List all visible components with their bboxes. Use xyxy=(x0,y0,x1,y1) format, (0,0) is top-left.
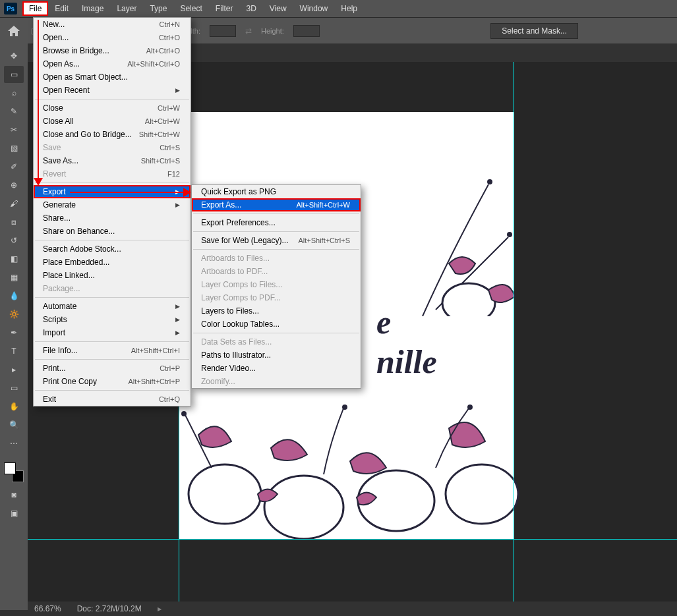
blur-tool[interactable]: 💧 xyxy=(4,287,24,304)
export-menu-item-16[interactable]: Render Video... xyxy=(192,362,361,375)
file-menu-shortcut-9: Shift+Ctrl+W xyxy=(139,130,180,138)
file-menu-shortcut-2: Alt+Ctrl+O xyxy=(146,47,180,55)
frame-tool[interactable]: ▧ xyxy=(4,140,24,157)
lasso-tool[interactable]: ⌕ xyxy=(4,84,24,101)
type-tool[interactable]: T xyxy=(4,343,24,360)
zoom-level[interactable]: 66.67% xyxy=(34,604,61,613)
pen-tool[interactable]: ✒ xyxy=(4,324,24,341)
export-menu-item-5[interactable]: Save for Web (Legacy)...Alt+Shift+Ctrl+S xyxy=(192,234,361,247)
file-menu-item-4[interactable]: Open as Smart Object... xyxy=(34,70,191,84)
crop-tool[interactable]: ✂ xyxy=(4,121,24,138)
brush-tool[interactable]: 🖌 xyxy=(4,195,24,212)
menu-image[interactable]: Image xyxy=(75,1,110,16)
export-menu-item-11[interactable]: Layers to Files... xyxy=(192,304,361,318)
height-input[interactable] xyxy=(293,25,320,37)
file-menu-item-3[interactable]: Open As...Alt+Shift+Ctrl+O xyxy=(34,57,191,70)
foreground-color[interactable] xyxy=(4,462,16,474)
file-menu-item-9[interactable]: Close and Go to Bridge...Shift+Ctrl+W xyxy=(34,128,191,141)
file-menu-item-31[interactable]: Print One CopyAlt+Shift+Ctrl+P xyxy=(34,375,191,388)
menu-layer[interactable]: Layer xyxy=(110,1,143,16)
file-menu-item-30[interactable]: Print...Ctrl+P xyxy=(34,362,191,375)
file-menu-item-10: SaveCtrl+S xyxy=(34,141,191,154)
file-menu-item-26[interactable]: Import▶ xyxy=(34,326,191,339)
home-icon[interactable] xyxy=(7,24,21,38)
file-menu-shortcut-7: Ctrl+W xyxy=(158,104,180,112)
eraser-tool[interactable]: ◧ xyxy=(4,250,24,267)
menu-window[interactable]: Window xyxy=(293,1,335,16)
submenu-arrow-icon: ▶ xyxy=(175,87,180,94)
doc-size[interactable]: Doc: 2.72M/10.2M xyxy=(77,604,142,613)
svg-point-9 xyxy=(468,405,472,409)
file-menu-item-1[interactable]: Open...Ctrl+O xyxy=(34,31,191,44)
svg-point-1 xyxy=(508,233,512,237)
file-menu-item-11[interactable]: Save As...Shift+Ctrl+S xyxy=(34,154,191,167)
quick-select-tool[interactable]: ✎ xyxy=(4,103,24,120)
export-menu-label-9: Layer Comps to Files... xyxy=(201,280,282,289)
file-menu-item-0[interactable]: New...Ctrl+N xyxy=(34,18,191,31)
toolbox: ✥ ▭ ⌕ ✎ ✂ ▧ ✐ ⊕ 🖌 ⧈ ↺ ◧ ▦ 💧 🔆 ✒ T ▸ ▭ ✋ … xyxy=(0,43,28,610)
file-menu-item-5[interactable]: Open Recent▶ xyxy=(34,84,191,97)
history-brush-tool[interactable]: ↺ xyxy=(4,232,24,249)
shape-tool[interactable]: ▭ xyxy=(4,379,24,397)
file-menu-label-5: Open Recent xyxy=(43,86,90,95)
status-flyout-icon[interactable]: ▶ xyxy=(158,606,162,612)
export-menu-item-15[interactable]: Paths to Illustrator... xyxy=(192,349,361,362)
stamp-tool[interactable]: ⧈ xyxy=(4,213,24,231)
file-menu-label-31: Print One Copy xyxy=(43,377,97,386)
quick-mask-icon[interactable]: ◙ xyxy=(6,489,22,501)
dodge-tool[interactable]: 🔆 xyxy=(4,306,24,323)
export-menu-label-14: Data Sets as Files... xyxy=(201,337,272,347)
export-menu-item-12[interactable]: Color Lookup Tables... xyxy=(192,318,361,331)
menu-view[interactable]: View xyxy=(263,1,293,16)
file-menu-item-8[interactable]: Close AllAlt+Ctrl+W xyxy=(34,115,191,128)
export-menu-item-7: Artboards to Files... xyxy=(192,252,361,265)
export-menu-item-1[interactable]: Export As...Alt+Shift+Ctrl+W xyxy=(192,198,361,211)
menu-filter[interactable]: Filter xyxy=(209,1,240,16)
healing-tool[interactable]: ⊕ xyxy=(4,177,24,194)
menu-select[interactable]: Select xyxy=(173,1,208,16)
file-menu-label-4: Open as Smart Object... xyxy=(43,72,128,82)
export-menu-item-0[interactable]: Quick Export as PNG xyxy=(192,185,361,198)
menu-edit[interactable]: Edit xyxy=(48,1,75,16)
export-menu-item-14: Data Sets as Files... xyxy=(192,335,361,349)
color-swatches[interactable] xyxy=(4,462,24,482)
file-menu-item-25[interactable]: Scripts▶ xyxy=(34,313,191,326)
file-menu-item-24[interactable]: Automate▶ xyxy=(34,300,191,313)
hand-tool[interactable]: ✋ xyxy=(4,398,24,415)
file-menu-item-7[interactable]: CloseCtrl+W xyxy=(34,101,191,115)
guide-horizontal xyxy=(28,539,677,540)
menu-3d[interactable]: 3D xyxy=(239,1,262,16)
file-menu-item-21[interactable]: Place Linked... xyxy=(34,269,191,282)
svg-point-7 xyxy=(182,412,186,416)
eyedropper-tool[interactable]: ✐ xyxy=(4,158,24,175)
file-menu-item-28[interactable]: File Info...Alt+Shift+Ctrl+I xyxy=(34,344,191,357)
move-tool[interactable]: ✥ xyxy=(4,47,24,65)
file-menu-item-2[interactable]: Browse in Bridge...Alt+Ctrl+O xyxy=(34,44,191,57)
file-menu-item-33[interactable]: ExitCtrl+Q xyxy=(34,393,191,406)
file-menu-shortcut-1: Ctrl+O xyxy=(159,34,180,42)
zoom-tool[interactable]: 🔍 xyxy=(4,416,24,434)
screen-mode-icon[interactable]: ▣ xyxy=(6,507,22,519)
marquee-tool[interactable]: ▭ xyxy=(4,66,24,83)
select-mask-button[interactable]: Select and Mask... xyxy=(490,23,578,39)
path-select-tool[interactable]: ▸ xyxy=(4,361,24,378)
file-menu-item-16[interactable]: Share... xyxy=(34,211,191,225)
menu-help[interactable]: Help xyxy=(334,1,364,16)
file-menu-shortcut-3: Alt+Shift+Ctrl+O xyxy=(127,60,180,68)
gradient-tool[interactable]: ▦ xyxy=(4,269,24,286)
export-menu-item-3[interactable]: Export Preferences... xyxy=(192,216,361,229)
menu-type[interactable]: Type xyxy=(143,1,173,16)
width-input[interactable] xyxy=(210,25,236,37)
file-menu-shortcut-28: Alt+Shift+Ctrl+I xyxy=(131,347,180,354)
file-menu-shortcut-12: F12 xyxy=(167,170,180,178)
file-menu-item-17[interactable]: Share on Behance... xyxy=(34,225,191,238)
svg-point-6 xyxy=(446,464,518,524)
file-menu-item-15[interactable]: Generate▶ xyxy=(34,198,191,211)
edit-toolbar[interactable]: ⋯ xyxy=(4,435,24,452)
annotation-arrow-right xyxy=(70,192,187,193)
svg-point-0 xyxy=(488,180,492,184)
guide-vertical xyxy=(514,62,514,602)
file-menu-item-19[interactable]: Search Adobe Stock... xyxy=(34,242,191,256)
menu-file[interactable]: File xyxy=(22,1,48,16)
file-menu-item-20[interactable]: Place Embedded... xyxy=(34,256,191,269)
